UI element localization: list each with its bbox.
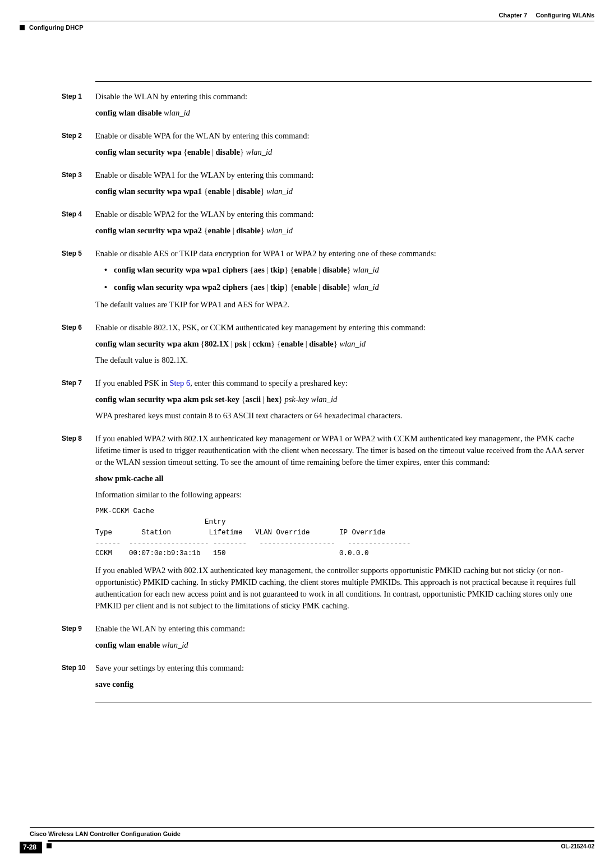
bullet-item: • config wlan security wpa wpa2 ciphers … xyxy=(104,281,592,293)
step-command: config wlan security wpa wpa2 {enable | … xyxy=(95,225,592,237)
step-command: show pmk-cache all xyxy=(95,473,592,484)
step-text: Information similar to the following app… xyxy=(95,489,592,501)
step-text: The default values are TKIP for WPA1 and… xyxy=(95,299,592,311)
footer-marker-icon xyxy=(47,843,52,848)
step-label: Step 8 xyxy=(62,433,95,616)
step-text: Enable or disable WPA1 for the WLAN by e… xyxy=(95,169,592,181)
step-8: Step 8 If you enabled WPA2 with 802.1X a… xyxy=(22,433,592,616)
content-area: Step 1 Disable the WLAN by entering this… xyxy=(22,81,592,703)
step-label: Step 4 xyxy=(62,209,95,241)
step-text: If you enabled WPA2 with 802.1X authenti… xyxy=(95,433,592,468)
step-body: If you enabled WPA2 with 802.1X authenti… xyxy=(95,433,592,616)
doc-id: OL-21524-02 xyxy=(561,842,594,851)
chapter-title: Configuring WLANs xyxy=(536,12,594,19)
procedure-top-rule xyxy=(95,81,592,82)
step-body: Enable or disable WPA1 for the WLAN by e… xyxy=(95,169,592,202)
step-text: Enable or disable AES or TKIP data encry… xyxy=(95,248,592,260)
step-body: Save your settings by entering this comm… xyxy=(95,662,592,695)
step-body: Enable the WLAN by entering this command… xyxy=(95,623,592,655)
step-6-link[interactable]: Step 6 xyxy=(170,378,191,387)
section-marker-icon xyxy=(20,25,25,30)
step-command: config wlan security wpa wpa1 {enable | … xyxy=(95,186,592,197)
step-text: Enable the WLAN by entering this command… xyxy=(95,623,592,635)
book-title: Cisco Wireless LAN Controller Configurat… xyxy=(30,830,614,839)
chapter-label: Chapter 7 xyxy=(498,12,527,19)
step-label: Step 2 xyxy=(62,130,95,163)
footer-row: 7-28 OL-21524-02 xyxy=(20,842,594,853)
step-label: Step 3 xyxy=(62,169,95,202)
step-label: Step 9 xyxy=(62,623,95,655)
bullet-list: • config wlan security wpa wpa1 ciphers … xyxy=(95,264,592,293)
step-2: Step 2 Enable or disable WPA for the WLA… xyxy=(22,130,592,163)
step-command: config wlan security wpa akm psk set-key… xyxy=(95,394,592,405)
step-4: Step 4 Enable or disable WPA2 for the WL… xyxy=(22,209,592,241)
procedure-bottom-rule xyxy=(95,703,592,703)
step-6: Step 6 Enable or disable 802.1X, PSK, or… xyxy=(22,322,592,371)
page-header: Chapter 7 Configuring WLANs Configuring … xyxy=(0,11,614,12)
step-text: If you enabled WPA2 with 802.1X authenti… xyxy=(95,565,592,612)
step-text: Disable the WLAN by entering this comman… xyxy=(95,91,592,103)
step-command: save config xyxy=(95,678,592,690)
step-command: config wlan security wpa akm {802.1X | p… xyxy=(95,338,592,350)
step-text: Enable or disable 802.1X, PSK, or CCKM a… xyxy=(95,322,592,334)
step-text: Enable or disable WPA for the WLAN by en… xyxy=(95,130,592,142)
step-text: Save your settings by entering this comm… xyxy=(95,662,592,674)
bullet-item: • config wlan security wpa wpa1 ciphers … xyxy=(104,264,592,276)
header-rule xyxy=(20,21,594,21)
step-10: Step 10 Save your settings by entering t… xyxy=(22,662,592,695)
step-3: Step 3 Enable or disable WPA1 for the WL… xyxy=(22,169,592,202)
step-text: WPA preshared keys must contain 8 to 63 … xyxy=(95,410,592,422)
step-body: Disable the WLAN by entering this comman… xyxy=(95,91,592,123)
step-9: Step 9 Enable the WLAN by entering this … xyxy=(22,623,592,655)
bullet-dot-icon: • xyxy=(104,264,107,276)
step-body: Enable or disable 802.1X, PSK, or CCKM a… xyxy=(95,322,592,371)
step-5: Step 5 Enable or disable AES or TKIP dat… xyxy=(22,248,592,315)
page-footer: Cisco Wireless LAN Controller Configurat… xyxy=(0,827,614,853)
footer-rule xyxy=(30,827,594,828)
section-title: Configuring DHCP xyxy=(29,24,84,33)
step-label: Step 5 xyxy=(62,248,95,315)
step-text: The default value is 802.1X. xyxy=(95,354,592,366)
bullet-dot-icon: • xyxy=(104,281,107,293)
code-output: PMK-CCKM Cache Entry Type Station Lifeti… xyxy=(95,506,592,559)
step-command: config wlan enable wlan_id xyxy=(95,639,592,651)
step-body: Enable or disable WPA for the WLAN by en… xyxy=(95,130,592,163)
step-label: Step 10 xyxy=(62,662,95,695)
step-text: If you enabled PSK in Step 6, enter this… xyxy=(95,377,592,389)
step-body: Enable or disable AES or TKIP data encry… xyxy=(95,248,592,315)
step-label: Step 7 xyxy=(62,377,95,426)
step-label: Step 6 xyxy=(62,322,95,371)
step-body: If you enabled PSK in Step 6, enter this… xyxy=(95,377,592,426)
step-1: Step 1 Disable the WLAN by entering this… xyxy=(22,91,592,123)
section-heading-row: Configuring DHCP xyxy=(20,24,84,33)
page-number-badge: 7-28 xyxy=(20,842,42,853)
step-command: config wlan disable wlan_id xyxy=(95,107,592,119)
step-body: Enable or disable WPA2 for the WLAN by e… xyxy=(95,209,592,241)
step-7: Step 7 If you enabled PSK in Step 6, ent… xyxy=(22,377,592,426)
step-label: Step 1 xyxy=(62,91,95,123)
step-text: Enable or disable WPA2 for the WLAN by e… xyxy=(95,209,592,220)
step-command: config wlan security wpa {enable | disab… xyxy=(95,146,592,158)
chapter-heading: Chapter 7 Configuring WLANs xyxy=(498,11,594,20)
